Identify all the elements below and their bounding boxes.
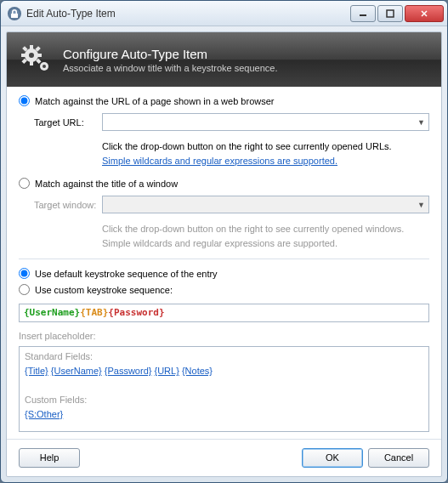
keystroke-sequence-input[interactable]: {UserName}{TAB}{Password} — [19, 304, 429, 322]
help-button[interactable]: Help — [19, 448, 80, 468]
lock-icon — [8, 7, 21, 20]
url-hint-text: Click the drop-down button on the right … — [102, 141, 392, 151]
default-keystroke-radio[interactable] — [19, 268, 30, 279]
insert-placeholder-label: Insert placeholder: — [19, 331, 429, 341]
cancel-button[interactable]: Cancel — [368, 448, 429, 468]
chevron-down-icon: ▼ — [417, 201, 425, 209]
window-hint-1: Click the drop-down button on the right … — [102, 224, 404, 234]
chevron-down-icon: ▼ — [417, 118, 425, 127]
ph-username-link[interactable]: {UserName} — [51, 366, 102, 376]
button-bar: Help OK Cancel — [7, 439, 441, 476]
match-window-radio-row[interactable]: Match against the title of a window — [19, 178, 429, 189]
ph-notes-link[interactable]: {Notes} — [182, 366, 213, 376]
ks-tab-token: {TAB} — [80, 307, 108, 318]
standard-fields-title: Standard Fields: — [25, 349, 423, 364]
svg-rect-0 — [360, 14, 366, 16]
window-hint-2: Simple wildcards and regular expressions… — [102, 238, 337, 248]
ph-sother-link[interactable]: {S:Other} — [25, 409, 63, 419]
banner-subtitle: Associate a window title with a keystrok… — [63, 63, 278, 73]
maximize-button[interactable] — [377, 5, 403, 22]
svg-rect-4 — [30, 60, 33, 65]
close-button[interactable] — [405, 5, 444, 22]
svg-rect-6 — [37, 54, 42, 57]
custom-keystroke-label: Use custom keystroke sequence: — [35, 285, 173, 295]
target-window-label: Target window: — [34, 200, 102, 210]
client-area: Configure Auto-Type Item Associate a win… — [6, 31, 442, 477]
svg-rect-1 — [387, 10, 394, 17]
ph-password-link[interactable]: {Password} — [105, 366, 152, 376]
placeholder-panel[interactable]: Standard Fields: {Title} {UserName} {Pas… — [19, 346, 429, 432]
dialog-window: Edit Auto-Type Item Configure Auto-T — [0, 0, 448, 483]
banner: Configure Auto-Type Item Associate a win… — [7, 32, 441, 87]
banner-title: Configure Auto-Type Item — [63, 47, 278, 61]
match-url-radio[interactable] — [19, 95, 30, 106]
match-window-label: Match against the title of a window — [35, 179, 178, 189]
target-url-select[interactable]: ▼ — [102, 113, 429, 131]
default-keystroke-radio-row[interactable]: Use default keystroke sequence of the en… — [19, 268, 429, 279]
ph-title-link[interactable]: {Title} — [25, 366, 48, 376]
minimize-button[interactable] — [350, 5, 376, 22]
gears-icon — [19, 43, 53, 77]
wildcard-help-link[interactable]: Simple wildcards and regular expressions… — [102, 156, 337, 166]
svg-rect-5 — [21, 54, 26, 57]
ks-password-token: {Password} — [108, 307, 164, 318]
svg-point-13 — [43, 65, 46, 68]
target-window-select: ▼ — [102, 196, 429, 213]
titlebar[interactable]: Edit Auto-Type Item — [1, 1, 447, 26]
svg-rect-3 — [30, 45, 33, 50]
custom-fields-title: Custom Fields: — [25, 393, 423, 407]
window-title: Edit Auto-Type Item — [26, 8, 350, 20]
default-keystroke-label: Use default keystroke sequence of the en… — [35, 269, 218, 279]
custom-keystroke-radio-row[interactable]: Use custom keystroke sequence: — [19, 284, 429, 295]
match-url-radio-row[interactable]: Match against the URL of a page shown in… — [19, 95, 429, 106]
svg-point-11 — [29, 53, 34, 58]
ph-url-link[interactable]: {URL} — [155, 366, 179, 376]
custom-keystroke-radio[interactable] — [19, 284, 30, 295]
ks-username-token: {UserName} — [24, 307, 80, 318]
match-url-label: Match against the URL of a page shown in… — [35, 96, 274, 106]
match-window-radio[interactable] — [19, 178, 30, 189]
target-url-label: Target URL: — [34, 117, 102, 128]
ok-button[interactable]: OK — [302, 448, 363, 468]
